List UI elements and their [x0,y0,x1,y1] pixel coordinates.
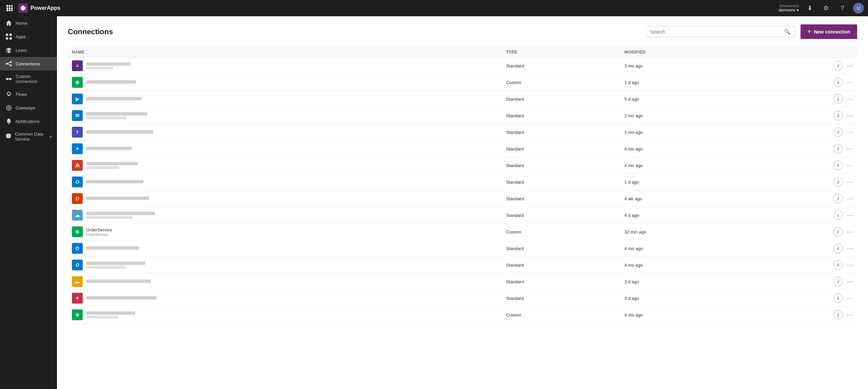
sidebar-item-flows[interactable]: Flows [0,87,57,101]
more-options-button[interactable]: ··· [847,145,853,152]
learn-icon [5,47,12,54]
connection-actions-cell: i··· [739,307,857,323]
svg-rect-19 [6,78,8,80]
connection-actions-cell: i··· [739,207,857,224]
env-name: demoenv ▾ [779,8,799,13]
plus-icon: + [807,28,811,36]
info-button[interactable]: i [833,194,843,203]
more-options-button[interactable]: ··· [847,262,853,269]
info-button[interactable]: i [833,227,843,237]
sidebar-item-custom-connectors[interactable]: Custom connectors [0,70,57,87]
svg-rect-6 [6,9,8,11]
more-options-button[interactable]: ··· [847,295,853,302]
sidebar-item-label: Flows [16,92,52,97]
download-icon[interactable]: ⬇ [804,3,815,14]
more-options-button[interactable]: ··· [847,179,853,186]
connection-icon: ✦ [72,293,83,304]
connection-name-cell: ✦ [68,141,502,157]
more-options-button[interactable]: ··· [847,129,853,136]
table-row: ≡Standard3 mo agoi··· [68,58,857,74]
connection-modified-cell: 2 mo ago [620,107,739,124]
info-button[interactable]: i [833,78,843,87]
col-header-modified: MODIFIED [620,47,739,58]
connection-actions-cell: i··· [739,58,857,74]
table-row: ☁Standard4 d agoi··· [68,207,857,224]
table-row: OStandard4 mo agoi··· [68,257,857,273]
more-options-button[interactable]: ··· [847,96,853,103]
info-button[interactable]: i [833,61,843,70]
sidebar-item-apps[interactable]: Apps [0,30,57,43]
info-button[interactable]: i [833,94,843,104]
connection-name-cell: O [68,257,502,273]
sidebar-item-learn[interactable]: Learn [0,43,57,57]
info-button[interactable]: i [833,161,843,170]
info-button[interactable]: i [833,244,843,253]
more-options-button[interactable]: ··· [847,62,853,69]
connection-name-cell: ⊕ [68,74,502,91]
connection-icon: 🔔 [72,160,83,171]
info-button[interactable]: i [833,310,843,320]
connection-icon: ⊕ [72,309,83,320]
sidebar-item-connections[interactable]: Connections [0,57,57,70]
more-options-button[interactable]: ··· [847,278,853,285]
connection-modified-cell: 4 mo ago [620,240,739,257]
connection-name-cell: ✦ [68,290,502,307]
connection-actions-cell: i··· [739,174,857,190]
table-row: ⊕Custom4 mo agoi··· [68,307,857,323]
table-row: OStandard4 wk agoi··· [68,190,857,207]
info-button[interactable]: i [833,111,843,120]
connection-modified-cell: 4 mo ago [620,257,739,273]
connection-actions-cell: i··· [739,124,857,141]
info-button[interactable]: i [833,277,843,286]
info-button[interactable]: i [833,293,843,303]
connection-name-text [86,212,155,219]
more-options-button[interactable]: ··· [847,162,853,169]
user-avatar[interactable]: U [853,3,864,14]
connections-table: NAME TYPE MODIFIED ≡Standard3 mo agoi···… [68,47,857,323]
connection-actions-cell: i··· [739,74,857,91]
more-options-button[interactable]: ··· [847,195,853,202]
info-button[interactable]: i [833,177,843,187]
connection-type-cell: Standard [502,207,620,224]
cds-chevron-icon: ▾ [50,135,52,139]
sidebar-item-label: Gateways [16,105,52,110]
connection-icon: ▶ [72,94,83,104]
sidebar-item-cds[interactable]: Common Data Service ▾ [0,128,57,145]
more-options-button[interactable]: ··· [847,228,853,236]
connection-icon: ⊕ [72,77,83,88]
connection-type-cell: Standard [502,273,620,290]
environment-selector[interactable]: Environment demoenv ▾ [779,4,799,13]
info-button[interactable]: i [833,210,843,220]
connection-name-cell: ✉ [68,107,502,124]
connection-icon: O [72,193,83,204]
more-options-button[interactable]: ··· [847,311,853,319]
info-button[interactable]: i [833,144,843,153]
connection-actions-cell: i··· [739,141,857,157]
connection-modified-cell: 1 mo ago [620,124,739,141]
settings-icon[interactable]: ⚙ [821,3,831,14]
apps-icon [5,33,12,40]
sidebar-item-notifications[interactable]: Notifications [0,115,57,128]
search-input[interactable] [650,29,784,35]
info-button[interactable]: i [833,260,843,270]
connection-icon: T [72,127,83,138]
more-options-button[interactable]: ··· [847,212,853,219]
info-button[interactable]: i [833,127,843,137]
page-header: Connections 🔍 + New connection [68,24,857,39]
connection-name-text [86,80,136,85]
table-row: ▬Standard3 d agoi··· [68,273,857,290]
sidebar-item-gateways[interactable]: Gateways [0,101,57,115]
help-icon[interactable]: ? [837,3,848,14]
more-options-button[interactable]: ··· [847,79,853,86]
connection-modified-cell: 4 mo ago [620,307,739,323]
connection-name-text [86,311,135,319]
svg-rect-20 [9,78,12,80]
waffle-menu[interactable] [4,3,15,14]
more-options-button[interactable]: ··· [847,112,853,119]
sidebar-item-home[interactable]: Home [0,16,57,30]
more-options-button[interactable]: ··· [847,245,853,252]
connection-type-cell: Custom [502,224,620,240]
new-connection-button[interactable]: + New connection [801,24,857,39]
connection-actions-cell: i··· [739,257,857,273]
connection-type-cell: Custom [502,307,620,323]
